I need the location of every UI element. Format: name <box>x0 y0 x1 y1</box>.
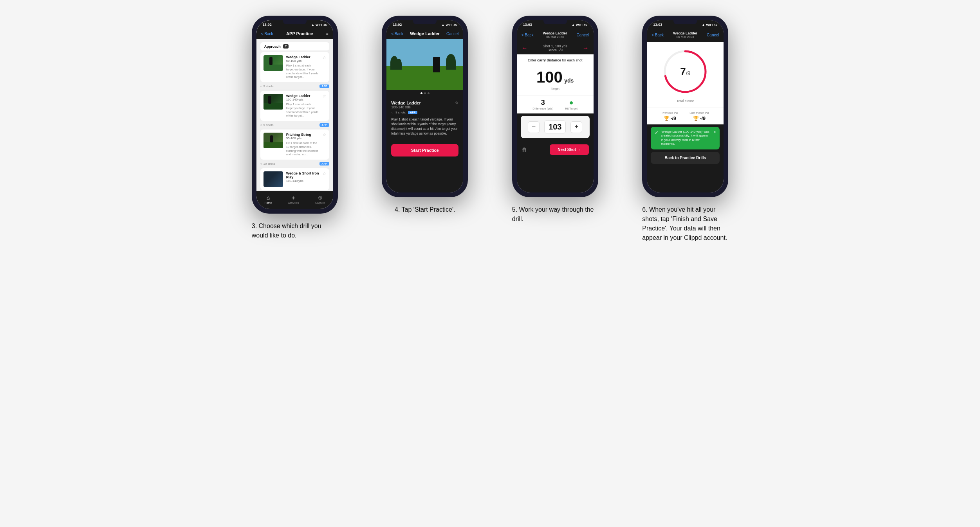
detail-card-2: Wedge Ladder 100-140 yds ☆ ○ 9 shots APP… <box>386 97 463 140</box>
nav-cancel-4[interactable]: Cancel <box>707 33 719 37</box>
pb-previous-label-4: Previous PB <box>662 111 678 115</box>
trophy-icon-previous: 🏆 <box>664 116 670 121</box>
decrement-button-3[interactable]: − <box>528 121 540 133</box>
back-to-drills-button[interactable]: Back to Practice Drills <box>651 152 720 164</box>
nav-cancel-3[interactable]: Cancel <box>577 33 589 37</box>
drill-desc-2: Play 1 shot at each target yardage. If y… <box>286 103 319 118</box>
category-tag-1: Approach 7 <box>260 42 329 50</box>
clock-icon-1: ○ <box>260 85 262 88</box>
drill-footer-1: ○ 9 shots APP <box>260 84 329 89</box>
activities-label: Activities <box>288 201 299 204</box>
capture-label: Capture <box>315 201 325 204</box>
increment-button-3[interactable]: + <box>570 121 582 133</box>
phone-frame-2: 13:02 ▲WiFi46 < Back Wedge Ladder Cancel <box>382 16 468 197</box>
drill-desc-1: Play 1 shot at each target yardage. If y… <box>286 64 319 79</box>
success-toast-4: ✓ 'Wedge Ladder (100-140 yds)' was creat… <box>651 127 720 149</box>
golf-image-2 <box>386 39 463 90</box>
star-icon-3[interactable]: ☆ <box>323 133 326 137</box>
phone-section-4: 13:03 ▲WiFi46 < Back Wedge Ladder 06 Mar… <box>626 16 745 243</box>
drill-name-3: Pitching String <box>286 133 319 137</box>
drill-item-4[interactable]: Wedge & Short Iron Play 100-140 yds ☆ <box>260 168 329 190</box>
category-label-1: Approach <box>264 45 281 49</box>
nav-title-2: Wedge Ladder <box>410 31 440 36</box>
star-icon-4[interactable]: ☆ <box>323 171 326 176</box>
time-2: 13:02 <box>393 23 402 27</box>
pb-lastmonth-value-4: 🏆 -/9 <box>689 116 709 121</box>
star-icon-1[interactable]: ☆ <box>323 55 326 59</box>
golfer-silhouette-2 <box>433 57 440 72</box>
phone-inner-2: 13:02 ▲WiFi46 < Back Wedge Ladder Cancel <box>386 20 463 192</box>
shot-score-3: Score 5/9 <box>543 48 567 52</box>
input-display-3[interactable]: 103 <box>544 121 566 133</box>
nav-back-1[interactable]: < Back <box>261 32 273 36</box>
divider-1 <box>260 90 329 90</box>
nav-title-line1-4: Wedge Ladder <box>673 31 697 35</box>
drill-info-2: Wedge Ladder 100-140 yds Play 1 shot at … <box>286 94 319 118</box>
phone-frame-1: 13:02 ▲ WiFi 46 < Back APP Practice ≡ <box>252 16 338 214</box>
result-row-3: 3 Difference (yds) ● Hit Target <box>517 95 594 113</box>
trash-icon-3[interactable]: 🗑 <box>522 147 527 153</box>
nav-back-4[interactable]: < Back <box>652 33 664 37</box>
pb-lastmonth-label-4: Last month PB <box>689 111 709 115</box>
drill-yds-3: 55-100 yds <box>286 137 319 140</box>
drill-yds-2: 100-140 yds <box>286 98 319 101</box>
drill-shots-1: ○ 9 shots <box>260 85 274 88</box>
input-row-3: − 103 + <box>521 116 590 138</box>
start-practice-button[interactable]: Start Practice <box>391 144 458 156</box>
bottom-nav-activities[interactable]: ♦ Activities <box>288 194 299 204</box>
drill-item-2[interactable]: Wedge Ladder 100-140 yds Play 1 shot at … <box>260 91 329 121</box>
next-shot-button-3[interactable]: Next Shot → <box>550 144 588 155</box>
drill-item-3[interactable]: Pitching String 55-100 yds Hit 1 shot at… <box>260 130 329 160</box>
drill-footer-2: ○ 9 shots APP <box>260 122 329 128</box>
nav-menu-1[interactable]: ≡ <box>326 32 328 36</box>
score-text-4: 7/9 <box>680 66 690 78</box>
nav-title-line2-3: 06 Mar 2023 <box>543 35 567 39</box>
drill-yds-1: 50-100 yds <box>286 59 319 63</box>
nav-title-line2-4: 06 Mar 2023 <box>673 35 697 39</box>
bottom-nav-1: ⌂ Home ♦ Activities ⊕ Capture <box>256 191 333 209</box>
detail-desc-2: Play 1 shot at each target yardage. If y… <box>391 117 458 136</box>
bottom-nav-home[interactable]: ⌂ Home <box>265 194 272 204</box>
pb-previous-value-4: 🏆 -/9 <box>662 116 678 121</box>
target-distance-3: 100 yds Target <box>517 65 594 95</box>
star-icon-2[interactable]: ☆ <box>323 94 326 98</box>
nav-back-2[interactable]: < Back <box>391 32 403 36</box>
phone-frame-4: 13:03 ▲WiFi46 < Back Wedge Ladder 06 Mar… <box>642 16 728 197</box>
drill-thumb-4 <box>263 171 283 187</box>
notch-1 <box>283 20 307 24</box>
next-arrow-3[interactable]: → <box>583 45 589 52</box>
prev-arrow-3[interactable]: ← <box>522 45 528 52</box>
drill-desc-3: Hit 1 shot at each of the 10 target dist… <box>286 141 319 156</box>
drill-item-1[interactable]: Wedge Ladder 50-100 yds Play 1 shot at e… <box>260 52 329 82</box>
caption-3: 5. Work your way through the drill. <box>512 205 598 224</box>
phone-screen-3: 13:03 ▲WiFi46 < Back Wedge Ladder 06 Mar… <box>517 20 594 192</box>
drill-name-4: Wedge & Short Iron Play <box>286 171 319 179</box>
next-shot-bar-3: 🗑 Next Shot → <box>517 140 594 159</box>
home-label: Home <box>265 201 272 204</box>
trophy-icon-lastmonth: 🏆 <box>693 116 699 121</box>
bottom-nav-capture[interactable]: ⊕ Capture <box>315 194 325 204</box>
activities-icon: ♦ <box>292 194 295 201</box>
status-icons-3: ▲WiFi46 <box>572 23 587 27</box>
nav-bar-4: < Back Wedge Ladder 06 Mar 2023 Cancel <box>647 28 724 42</box>
toast-close-4[interactable]: × <box>713 130 716 134</box>
drill-yds-4: 100-140 yds <box>286 179 319 183</box>
detail-yds-2: 100-140 yds <box>391 105 421 109</box>
nav-bar-3: < Back Wedge Ladder 06 Mar 2023 Cancel <box>517 28 594 42</box>
nav-bar-2: < Back Wedge Ladder Cancel <box>386 28 463 39</box>
phone-screen-4: 13:03 ▲WiFi46 < Back Wedge Ladder 06 Mar… <box>647 20 724 192</box>
home-icon: ⌂ <box>267 194 270 201</box>
nav-back-3[interactable]: < Back <box>522 33 534 37</box>
drill-shots-3: ○ 10 shots <box>260 162 275 165</box>
phone-inner-4: 13:03 ▲WiFi46 < Back Wedge Ladder 06 Mar… <box>647 20 724 192</box>
toast-check-icon: ✓ <box>655 130 659 135</box>
result-diff-label-3: Difference (yds) <box>532 107 553 110</box>
hit-target-icon-3: ● <box>565 99 578 107</box>
star-icon-detail-2[interactable]: ☆ <box>455 101 458 105</box>
page-container: 13:02 ▲ WiFi 46 < Back APP Practice ≡ <box>236 16 745 243</box>
pb-lastmonth-4: Last month PB 🏆 -/9 <box>689 111 709 121</box>
nav-cancel-2[interactable]: Cancel <box>446 32 458 36</box>
score-denom-4: /9 <box>686 70 691 76</box>
target-number-3: 100 <box>536 68 563 86</box>
drill-name-2: Wedge Ladder <box>286 94 319 98</box>
